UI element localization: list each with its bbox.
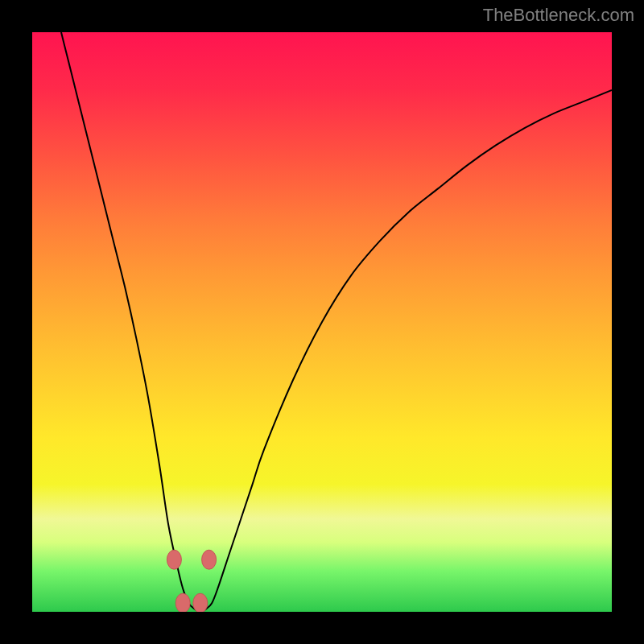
bottleneck-curve — [61, 32, 612, 612]
chart-area — [32, 32, 612, 612]
highlight-dot — [193, 593, 208, 612]
highlight-dot — [167, 550, 181, 569]
bottleneck-curve-svg — [32, 32, 612, 612]
highlight-dot — [202, 550, 217, 569]
highlight-dots — [167, 550, 216, 612]
highlight-dot — [175, 593, 190, 612]
watermark-text: TheBottleneck.com — [483, 5, 634, 26]
